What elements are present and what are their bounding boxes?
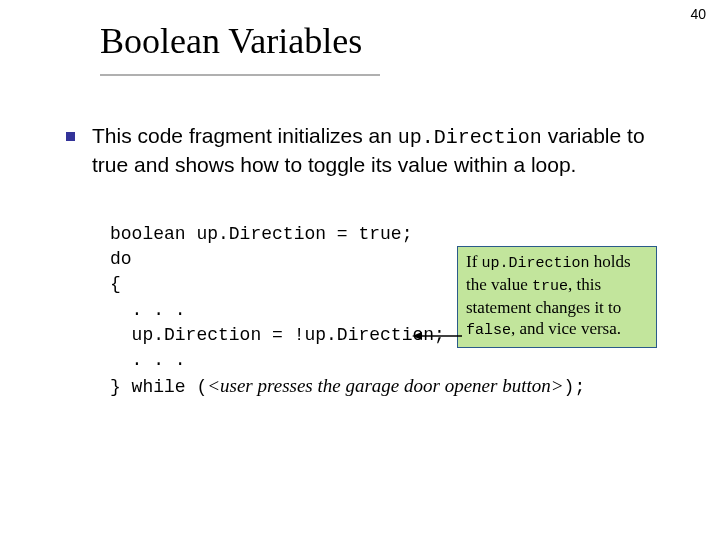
title-underline [100, 74, 380, 76]
code-l7b: <user presses the garage door opener but… [207, 375, 563, 396]
code-l6: . . . [110, 350, 186, 370]
slide: 40 Boolean Variables This code fragment … [0, 0, 720, 540]
callout-p1: If [466, 252, 482, 271]
code-l1: boolean up.Direction = true; [110, 224, 412, 244]
callout-p4: , and vice versa. [511, 319, 621, 338]
arrow-icon [412, 329, 462, 343]
body-pre: This code fragment initializes an [92, 124, 398, 147]
bullet-icon [66, 132, 75, 141]
code-l2: do [110, 249, 132, 269]
callout-c3: false [466, 322, 511, 339]
svg-marker-1 [412, 332, 422, 340]
callout-c2: true [532, 278, 568, 295]
slide-title: Boolean Variables [100, 20, 362, 62]
body-paragraph: This code fragment initializes an up.Dir… [92, 122, 652, 179]
body-code-var: up.Direction [398, 126, 542, 149]
code-l4: . . . [110, 300, 186, 320]
code-l7a: } while ( [110, 377, 207, 397]
code-l5: up.Direction = !up.Direction; [110, 325, 445, 345]
callout-c1: up.Direction [482, 255, 590, 272]
code-l3: { [110, 274, 121, 294]
code-l7c: ); [564, 377, 586, 397]
page-number: 40 [690, 6, 706, 22]
callout-box: If up.Direction holds the value true, th… [457, 246, 657, 348]
